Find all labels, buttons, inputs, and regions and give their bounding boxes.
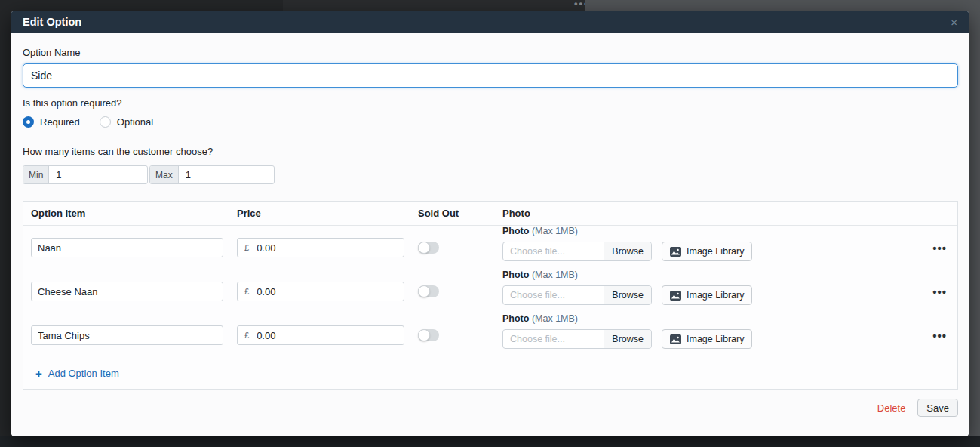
option-item-name-input[interactable] xyxy=(31,238,223,257)
browse-button[interactable]: Browse xyxy=(604,286,651,304)
currency-symbol: £ xyxy=(238,287,253,296)
price-input[interactable] xyxy=(253,286,404,297)
max-addon-label: Max xyxy=(150,166,179,183)
delete-button[interactable]: Delete xyxy=(877,402,906,414)
option-item-name-input[interactable] xyxy=(31,282,223,301)
modal-title: Edit Option xyxy=(23,16,81,28)
choose-question-label: How many items can the customer choose? xyxy=(23,146,958,157)
radio-required-dot[interactable] xyxy=(23,116,34,128)
price-input-group: £ xyxy=(237,238,404,257)
header-photo: Photo xyxy=(502,208,923,219)
table-row: £ Photo (Max 1MB) Choose file... Browse xyxy=(23,226,957,270)
file-input-placeholder: Choose file... xyxy=(503,334,604,344)
photo-field-label: Photo (Max 1MB) xyxy=(502,226,923,236)
sold-out-toggle[interactable] xyxy=(418,329,439,341)
table-header-row: Option Item Price Sold Out Photo xyxy=(23,202,957,226)
price-input-group: £ xyxy=(237,282,404,301)
row-menu-ellipsis[interactable]: ••• xyxy=(932,330,947,341)
max-input-group: Max xyxy=(149,165,275,184)
required-radio-group: Required Optional xyxy=(23,116,958,128)
radio-optional-label: Optional xyxy=(117,116,153,128)
image-icon xyxy=(670,334,681,344)
image-library-button[interactable]: Image Library xyxy=(662,242,752,261)
modal-header: Edit Option × xyxy=(11,11,969,33)
header-price: Price xyxy=(237,208,418,219)
header-option-item: Option Item xyxy=(23,208,237,219)
edit-option-modal: Edit Option × Option Name Is this option… xyxy=(11,11,969,436)
max-input[interactable] xyxy=(179,166,274,183)
photo-field-label: Photo (Max 1MB) xyxy=(502,270,923,280)
file-input[interactable]: Choose file... Browse xyxy=(502,285,652,305)
browse-button[interactable]: Browse xyxy=(604,330,651,348)
toggle-knob xyxy=(418,242,430,254)
modal-footer: Delete Save xyxy=(23,399,958,417)
browse-button[interactable]: Browse xyxy=(604,242,651,260)
photo-controls: Choose file... Browse Image Library xyxy=(502,242,923,261)
radio-optional-dot[interactable] xyxy=(100,116,111,128)
row-menu-ellipsis[interactable]: ••• xyxy=(932,286,947,297)
price-input[interactable] xyxy=(253,330,404,341)
add-option-item-row: + Add Option Item xyxy=(23,357,957,389)
image-library-button[interactable]: Image Library xyxy=(662,329,752,349)
radio-required[interactable]: Required xyxy=(23,116,80,128)
header-sold-out: Sold Out xyxy=(418,208,502,219)
option-name-label: Option Name xyxy=(23,47,958,58)
sold-out-toggle[interactable] xyxy=(418,242,439,254)
photo-controls: Choose file... Browse Image Library xyxy=(502,285,923,305)
currency-symbol: £ xyxy=(238,243,253,252)
min-input[interactable] xyxy=(49,166,147,183)
image-icon xyxy=(670,291,681,301)
file-input[interactable]: Choose file... Browse xyxy=(502,242,652,261)
table-row: £ Photo (Max 1MB) Choose file... Browse xyxy=(23,313,957,357)
row-menu-ellipsis[interactable]: ••• xyxy=(932,242,947,254)
add-option-item-button[interactable]: + Add Option Item xyxy=(35,368,119,379)
radio-required-label: Required xyxy=(40,116,80,128)
price-input-group: £ xyxy=(237,325,404,345)
image-library-label: Image Library xyxy=(687,290,744,301)
required-question-label: Is this option required? xyxy=(23,97,958,109)
add-option-item-label: Add Option Item xyxy=(48,368,119,379)
photo-field-label: Photo (Max 1MB) xyxy=(502,313,923,324)
option-item-name-input[interactable] xyxy=(31,325,223,345)
modal-body: Option Name Is this option required? Req… xyxy=(11,33,969,436)
file-input-placeholder: Choose file... xyxy=(503,246,604,257)
toggle-knob xyxy=(418,329,430,341)
photo-controls: Choose file... Browse Image Library xyxy=(502,329,923,349)
min-input-group: Min xyxy=(23,165,148,184)
file-input-placeholder: Choose file... xyxy=(503,290,604,301)
currency-symbol: £ xyxy=(238,331,253,340)
radio-optional[interactable]: Optional xyxy=(100,116,153,128)
price-input[interactable] xyxy=(253,242,404,254)
option-items-table: Option Item Price Sold Out Photo £ Pho xyxy=(23,201,958,390)
table-rows: £ Photo (Max 1MB) Choose file... Browse xyxy=(23,226,957,357)
close-icon[interactable]: × xyxy=(951,17,957,28)
image-icon xyxy=(670,247,681,257)
file-input[interactable]: Choose file... Browse xyxy=(502,329,652,349)
table-row: £ Photo (Max 1MB) Choose file... Browse xyxy=(23,270,957,313)
plus-icon: + xyxy=(35,368,42,379)
option-name-input[interactable] xyxy=(23,63,958,88)
image-library-label: Image Library xyxy=(687,334,744,344)
sold-out-toggle[interactable] xyxy=(418,285,439,297)
min-addon-label: Min xyxy=(23,166,49,183)
min-max-group: Min Max xyxy=(23,165,958,184)
toggle-knob xyxy=(418,285,430,297)
save-button[interactable]: Save xyxy=(917,399,958,417)
background-panel-bottom xyxy=(0,436,980,447)
image-library-label: Image Library xyxy=(687,246,744,257)
image-library-button[interactable]: Image Library xyxy=(662,285,752,305)
